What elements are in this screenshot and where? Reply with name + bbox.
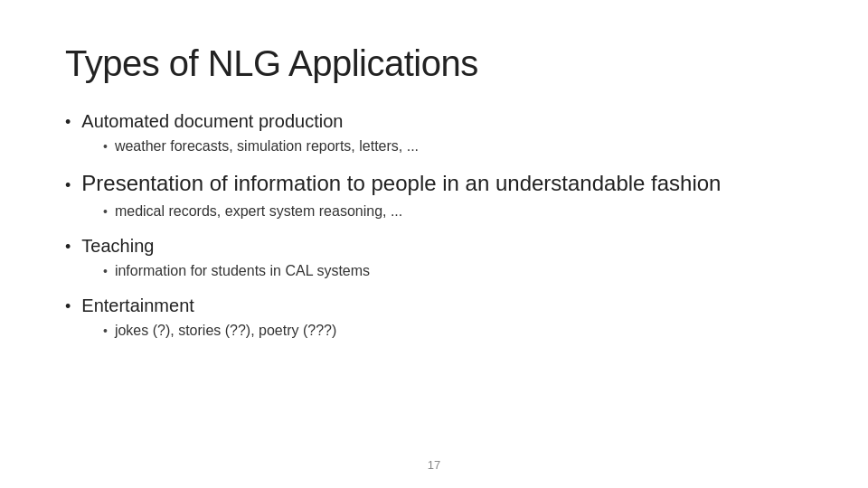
bullet-main-4: • Entertainment (65, 294, 803, 317)
bullet-dot-1: • (65, 114, 71, 130)
sub-bullet-text-1: weather forecasts, simulation reports, l… (115, 136, 419, 156)
bullet-main-1: • Automated document production (65, 109, 803, 133)
bullet-text-3: Teaching (81, 234, 154, 258)
sub-bullet-text-2: medical records, expert system reasoning… (115, 202, 402, 221)
bullet-text-2: Presentation of information to people in… (81, 169, 721, 197)
bullet-dot-3: • (65, 239, 71, 255)
sub-bullet-4: • jokes (?), stories (??), poetry (???) (65, 321, 803, 341)
bullet-item-3: • Teaching • information for students in… (65, 234, 803, 285)
bullet-item-1: • Automated document production • weathe… (65, 109, 803, 160)
sub-bullet-text-4: jokes (?), stories (??), poetry (???) (115, 321, 336, 341)
bullet-dot-4: • (65, 298, 71, 314)
bullet-item-2: • Presentation of information to people … (65, 169, 803, 225)
bullet-text-1: Automated document production (81, 109, 343, 133)
sub-bullet-dot-4: • (103, 324, 108, 338)
sub-bullet-text-3: information for students in CAL systems (115, 261, 370, 281)
sub-bullet-dot-1: • (103, 139, 108, 154)
sub-bullet-1: • weather forecasts, simulation reports,… (65, 136, 803, 156)
slide: Types of NLG Applications • Automated do… (0, 0, 868, 488)
slide-title: Types of NLG Applications (65, 43, 803, 84)
bullet-text-4: Entertainment (81, 294, 194, 317)
sub-bullet-dot-3: • (103, 264, 108, 278)
bullet-dot-2: • (65, 177, 71, 193)
page-number: 17 (428, 458, 440, 472)
bullet-item-4: • Entertainment • jokes (?), stories (??… (65, 294, 803, 344)
sub-bullet-dot-2: • (103, 204, 108, 219)
sub-bullet-2: • medical records, expert system reasoni… (65, 202, 803, 221)
sub-bullet-3: • information for students in CAL system… (65, 261, 803, 281)
bullet-main-2: • Presentation of information to people … (65, 169, 803, 197)
content-area: • Automated document production • weathe… (65, 109, 803, 345)
bullet-main-3: • Teaching (65, 234, 803, 258)
